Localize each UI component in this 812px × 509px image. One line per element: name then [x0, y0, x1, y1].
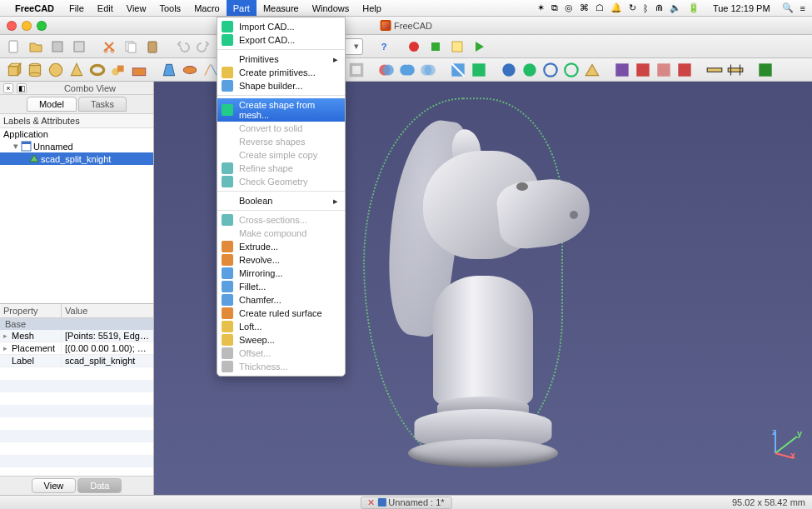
cone-icon[interactable]	[67, 61, 86, 79]
thickness-icon[interactable]	[347, 61, 366, 79]
menu-item[interactable]: Loft...	[217, 320, 345, 333]
menu-help[interactable]: Help	[356, 0, 388, 16]
menu-item[interactable]: Boolean▸	[217, 194, 345, 207]
property-value[interactable]: scad_split_knight	[62, 355, 153, 367]
menu-macro[interactable]: Macro	[187, 0, 227, 16]
status-icon[interactable]: ☖	[595, 2, 604, 13]
menu-item[interactable]: Extrude...	[217, 240, 345, 253]
menu-item[interactable]: Revolve...	[217, 253, 345, 267]
revolve-icon[interactable]	[181, 61, 199, 79]
measure-icon-1[interactable]	[705, 61, 724, 79]
zoom-button[interactable]	[37, 21, 47, 31]
part-icon-1[interactable]	[500, 61, 518, 79]
panel-undock-button[interactable]: ◧	[17, 83, 27, 93]
boolean-cut-icon[interactable]	[377, 61, 396, 79]
macro-edit-button[interactable]	[448, 37, 466, 56]
menu-item[interactable]: Create primitives...	[217, 66, 345, 79]
menu-item[interactable]: Create shape from mesh...	[217, 98, 345, 122]
redo-button[interactable]	[195, 37, 213, 56]
menu-windows[interactable]: Windows	[306, 0, 356, 16]
document-tab[interactable]: ✕ Unnamed : 1*	[360, 497, 451, 509]
wifi-icon[interactable]: ⋒	[655, 2, 663, 13]
cube-icon[interactable]	[5, 61, 23, 79]
shapebuilder-icon[interactable]	[130, 61, 148, 79]
cylinder-icon[interactable]	[26, 61, 44, 79]
menu-view[interactable]: View	[120, 0, 153, 16]
macro-run-button[interactable]	[470, 37, 488, 56]
extrude-icon[interactable]	[160, 61, 178, 79]
tab-data[interactable]: Data	[77, 478, 122, 493]
bell-icon[interactable]: 🔔	[610, 2, 622, 13]
view-icon-1[interactable]	[613, 61, 631, 79]
saveas-button[interactable]	[70, 37, 88, 56]
copy-button[interactable]	[122, 37, 140, 56]
property-row[interactable]: ▸Mesh [Points: 5519, Edges:...	[0, 330, 153, 342]
menu-item[interactable]: Primitives▸	[217, 52, 345, 66]
status-icon[interactable]: ◎	[565, 2, 573, 13]
open-button[interactable]	[27, 37, 45, 56]
menu-item[interactable]: Export CAD...	[217, 33, 345, 47]
tab-view[interactable]: View	[32, 478, 77, 493]
notification-center-icon[interactable]: ≡	[800, 3, 805, 13]
primitives-icon[interactable]	[109, 61, 127, 79]
view-icon-3[interactable]	[655, 61, 673, 79]
property-value[interactable]: [(0.00 0.00 1.00); 1...	[62, 342, 153, 354]
boolean-common-icon[interactable]	[419, 61, 437, 79]
menu-item[interactable]: Chamfer...	[217, 293, 345, 307]
property-row[interactable]: ▸Placement [(0.00 0.00 1.00); 1...	[0, 342, 153, 355]
sphere-icon[interactable]	[47, 61, 65, 79]
whatsthis-button[interactable]: ?	[375, 37, 393, 56]
close-tab-icon[interactable]: ✕	[367, 497, 375, 508]
part-icon-5[interactable]	[583, 61, 601, 79]
close-button[interactable]	[7, 21, 17, 31]
crosssection-icon[interactable]	[470, 61, 488, 79]
tree-item-selected[interactable]: scad_split_knight	[0, 152, 153, 165]
clock[interactable]: Tue 12:19 PM	[713, 3, 770, 13]
view-icon-2[interactable]	[634, 61, 652, 79]
menu-tools[interactable]: Tools	[152, 0, 187, 16]
section-icon[interactable]	[449, 61, 467, 79]
menu-item[interactable]: Import CAD...	[217, 20, 345, 33]
menu-measure[interactable]: Measure	[257, 0, 306, 16]
panel-close-button[interactable]: ×	[3, 83, 13, 93]
status-icon[interactable]: ✶	[537, 2, 545, 13]
property-row[interactable]: Label scad_split_knight	[0, 355, 153, 367]
dropbox-icon[interactable]: ⧉	[551, 2, 558, 13]
tree-root[interactable]: Application	[0, 128, 153, 140]
torus-icon[interactable]	[88, 61, 107, 79]
macro-stop-button[interactable]	[426, 37, 445, 56]
part-icon-3[interactable]	[541, 61, 560, 79]
menu-item[interactable]: Create ruled surface	[217, 307, 345, 320]
paste-button[interactable]	[143, 37, 162, 56]
sync-icon[interactable]: ↻	[629, 2, 636, 13]
view-icon-4[interactable]	[675, 61, 694, 79]
tree-document[interactable]: ▾ Unnamed	[0, 140, 153, 152]
app-name[interactable]: FreeCAD	[15, 3, 54, 13]
expand-icon[interactable]: ▸	[3, 344, 10, 352]
undo-button[interactable]	[173, 37, 192, 56]
menu-part[interactable]: Part	[227, 0, 257, 16]
new-button[interactable]	[5, 37, 23, 56]
menu-item[interactable]: Fillet...	[217, 280, 345, 293]
part-icon-2[interactable]	[521, 61, 539, 79]
minimize-button[interactable]	[22, 21, 32, 31]
tree-twisty-icon[interactable]: ▾	[12, 141, 19, 152]
tab-tasks[interactable]: Tasks	[78, 97, 127, 112]
battery-icon[interactable]: 🔋	[688, 2, 700, 13]
check-icon[interactable]	[756, 61, 775, 79]
knight-mesh[interactable]	[375, 109, 591, 467]
cut-button[interactable]	[100, 37, 118, 56]
model-tree[interactable]: Application ▾ Unnamed scad_split_knight	[0, 128, 153, 303]
menu-item[interactable]: Shape builder...	[217, 79, 345, 92]
expand-icon[interactable]: ▸	[3, 332, 10, 340]
property-value[interactable]: [Points: 5519, Edges:...	[62, 330, 153, 342]
spotlight-icon[interactable]: 🔍	[782, 2, 794, 13]
part-icon-4[interactable]	[562, 61, 580, 79]
tab-model[interactable]: Model	[27, 97, 77, 112]
menu-file[interactable]: File	[62, 0, 91, 16]
boolean-union-icon[interactable]	[398, 61, 416, 79]
menu-item[interactable]: Sweep...	[217, 333, 345, 347]
bluetooth-icon[interactable]: ᛒ	[643, 3, 649, 13]
macro-record-button[interactable]	[405, 37, 423, 56]
menu-item[interactable]: Mirroring...	[217, 267, 345, 280]
